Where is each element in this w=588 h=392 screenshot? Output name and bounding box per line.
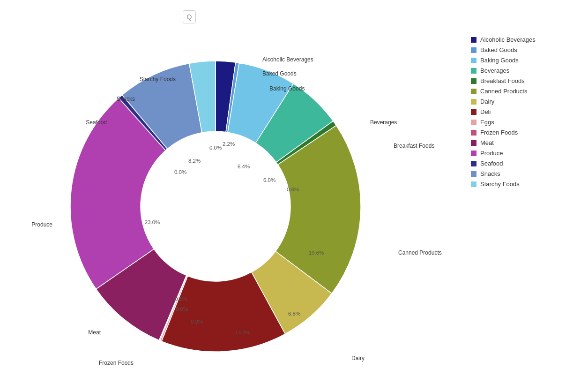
slice-pct-label: 0.1% <box>175 296 187 302</box>
slice-outer-label: Produce <box>31 221 52 228</box>
legend-color-swatch <box>471 171 476 177</box>
slice-outer-label: Breakfast Foods <box>394 143 434 149</box>
slice-pct-label: 0.2% <box>191 319 203 324</box>
legend-color-swatch <box>471 47 476 53</box>
chart-title-area: Q <box>183 10 200 23</box>
slice-outer-label: Canned Products <box>398 249 442 256</box>
slice-outer-label: Dairy <box>351 355 365 362</box>
legend-color-swatch <box>471 99 476 105</box>
legend-item: Seafood <box>471 160 579 167</box>
legend-item-label: Deli <box>480 108 491 115</box>
legend-color-swatch <box>471 68 476 74</box>
legend: Alcoholic Beverages Baked Goods Baking G… <box>471 30 579 191</box>
legend-color-swatch <box>471 130 476 136</box>
legend-item: Baked Goods <box>471 46 579 53</box>
legend-item: Meat <box>471 139 579 146</box>
legend-color-swatch <box>471 151 476 156</box>
legend-item-label: Frozen Foods <box>480 129 518 136</box>
legend-item-label: Eggs <box>480 119 494 126</box>
slice-outer-label: Alcoholic Beverages <box>262 56 313 63</box>
legend-item: Starchy Foods <box>471 181 579 188</box>
slice-pct-label: 2.2% <box>223 141 235 147</box>
legend-items: Alcoholic Beverages Baked Goods Baking G… <box>471 36 579 188</box>
legend-item-label: Breakfast Foods <box>480 77 525 84</box>
slice-pct-label: 23.0% <box>145 219 160 225</box>
chart-container: Q Alcoholic BeveragesBaked GoodsBaking G… <box>0 0 588 392</box>
legend-color-swatch <box>471 140 476 146</box>
slice-pct-label: 14.0% <box>235 330 251 335</box>
slice-outer-label: Starchy Foods <box>140 76 176 83</box>
slice-outer-label: Frozen Foods <box>99 360 134 366</box>
slice-pct-label: 9.0% <box>176 306 188 312</box>
donut-chart: Alcoholic BeveragesBaked GoodsBaking Goo… <box>14 23 464 380</box>
legend-color-swatch <box>471 37 476 43</box>
legend-item: Snacks <box>471 170 579 177</box>
legend-color-swatch <box>471 58 476 63</box>
slice-pct-label: 0.0% <box>209 145 222 151</box>
slice-pct-label: 0.0% <box>174 169 186 175</box>
legend-item-label: Meat <box>480 139 494 146</box>
legend-item-label: Dairy <box>480 98 494 105</box>
legend-item: Alcoholic Beverages <box>471 36 579 43</box>
legend-item: Baking Goods <box>471 57 579 64</box>
slice-outer-label: Baking Goods <box>269 85 305 92</box>
slice-outer-label: Meat <box>88 329 101 336</box>
legend-item: Canned Products <box>471 88 579 95</box>
legend-item-label: Snacks <box>480 170 500 177</box>
legend-item-label: Alcoholic Beverages <box>480 36 536 43</box>
slice-pct-label: 19.6% <box>309 250 324 256</box>
legend-item: Breakfast Foods <box>471 77 579 84</box>
legend-color-swatch <box>471 89 476 94</box>
legend-item: Dairy <box>471 98 579 105</box>
slice-outer-label: Beverages <box>370 119 397 126</box>
slice-outer-label: Baked Goods <box>262 70 297 77</box>
slice-pct-label: 6.0% <box>263 177 275 183</box>
legend-color-swatch <box>471 120 476 125</box>
slice-pct-label: 0.6% <box>287 187 299 192</box>
slice-outer-label: Seafood <box>86 119 107 126</box>
legend-item: Eggs <box>471 119 579 126</box>
search-icon: Q <box>183 10 196 23</box>
legend-item: Beverages <box>471 67 579 74</box>
slice-pct-label: 6.4% <box>238 164 250 169</box>
legend-item-label: Baked Goods <box>480 46 517 53</box>
slice-outer-label: Snacks <box>117 96 135 102</box>
legend-item: Deli <box>471 108 579 115</box>
legend-color-swatch <box>471 78 476 84</box>
legend-item-label: Starchy Foods <box>480 181 520 188</box>
legend-color-swatch <box>471 109 476 115</box>
legend-item: Produce <box>471 150 579 157</box>
legend-item: Frozen Foods <box>471 129 579 136</box>
legend-color-swatch <box>471 161 476 166</box>
legend-item-label: Beverages <box>480 67 509 74</box>
legend-item-label: Baking Goods <box>480 57 519 64</box>
legend-item-label: Produce <box>480 150 503 157</box>
slice-pct-label: 6.8% <box>288 311 300 317</box>
legend-item-label: Canned Products <box>480 88 527 95</box>
slice-pct-label: 8.2% <box>188 158 201 164</box>
legend-color-swatch <box>471 181 476 187</box>
legend-item-label: Seafood <box>480 160 503 167</box>
